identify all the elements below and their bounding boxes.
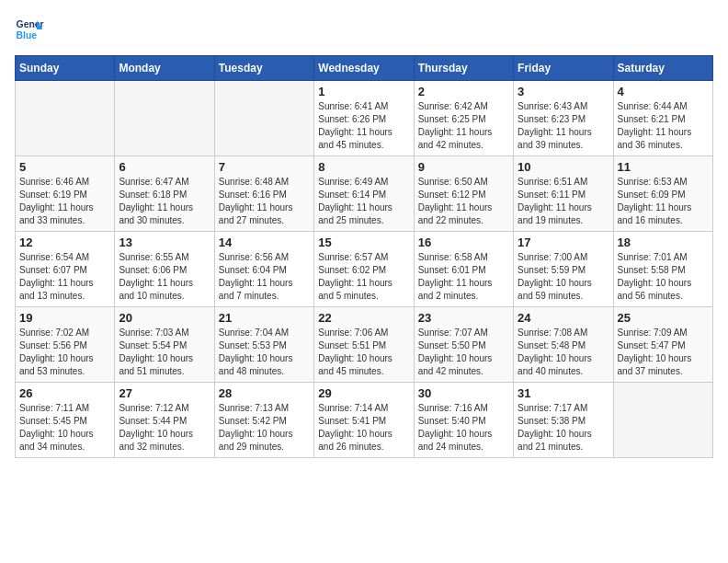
day-number: 19 [19,311,110,325]
day-number: 26 [19,386,110,400]
day-number: 22 [318,311,409,325]
calendar-table: SundayMondayTuesdayWednesdayThursdayFrid… [15,55,713,458]
day-number: 17 [518,236,609,249]
day-content: Sunrise: 7:17 AM Sunset: 5:38 PM Dayligh… [518,402,609,454]
calendar-cell: 22Sunrise: 7:06 AM Sunset: 5:51 PM Dayli… [314,307,414,383]
calendar-cell [16,81,115,156]
day-content: Sunrise: 6:56 AM Sunset: 6:04 PM Dayligh… [219,251,310,303]
day-number: 25 [618,311,709,325]
calendar-cell: 14Sunrise: 6:56 AM Sunset: 6:04 PM Dayli… [214,232,313,307]
day-number: 15 [318,236,409,249]
calendar-week-1: 1Sunrise: 6:41 AM Sunset: 6:26 PM Daylig… [16,81,713,156]
day-content: Sunrise: 6:58 AM Sunset: 6:01 PM Dayligh… [418,251,509,303]
day-number: 28 [219,386,310,400]
day-content: Sunrise: 6:51 AM Sunset: 6:11 PM Dayligh… [518,176,609,227]
day-number: 1 [318,85,409,98]
day-number: 23 [418,311,509,325]
day-number: 12 [19,236,110,249]
day-number: 30 [418,386,509,400]
day-number: 3 [518,85,609,98]
calendar-cell: 6Sunrise: 6:47 AM Sunset: 6:18 PM Daylig… [115,156,214,232]
day-content: Sunrise: 6:48 AM Sunset: 6:16 PM Dayligh… [219,176,310,227]
day-header-wednesday: Wednesday [314,56,414,81]
calendar-cell: 12Sunrise: 6:54 AM Sunset: 6:07 PM Dayli… [16,232,115,307]
calendar-cell: 8Sunrise: 6:49 AM Sunset: 6:14 PM Daylig… [314,156,414,232]
calendar-cell: 28Sunrise: 7:13 AM Sunset: 5:42 PM Dayli… [214,383,313,458]
day-number: 16 [418,236,509,249]
day-content: Sunrise: 6:41 AM Sunset: 6:26 PM Dayligh… [318,100,409,152]
logo-icon: General Blue [15,15,44,44]
day-number: 4 [618,85,709,98]
calendar-cell: 27Sunrise: 7:12 AM Sunset: 5:44 PM Dayli… [115,383,214,458]
day-content: Sunrise: 6:54 AM Sunset: 6:07 PM Dayligh… [19,251,110,303]
day-header-sunday: Sunday [16,56,115,81]
day-content: Sunrise: 7:09 AM Sunset: 5:47 PM Dayligh… [618,327,709,378]
calendar-week-4: 19Sunrise: 7:02 AM Sunset: 5:56 PM Dayli… [16,307,713,383]
logo: General Blue [15,15,44,44]
day-number: 18 [618,236,709,249]
day-header-monday: Monday [115,56,214,81]
day-number: 24 [518,311,609,325]
calendar-week-2: 5Sunrise: 6:46 AM Sunset: 6:19 PM Daylig… [16,156,713,232]
day-number: 13 [119,236,210,249]
svg-text:Blue: Blue [17,30,38,40]
day-content: Sunrise: 7:16 AM Sunset: 5:40 PM Dayligh… [418,402,509,454]
day-content: Sunrise: 7:06 AM Sunset: 5:51 PM Dayligh… [318,327,409,378]
day-number: 2 [418,85,509,98]
day-content: Sunrise: 7:04 AM Sunset: 5:53 PM Dayligh… [219,327,310,378]
day-content: Sunrise: 7:07 AM Sunset: 5:50 PM Dayligh… [418,327,509,378]
day-number: 6 [119,160,210,174]
day-number: 21 [219,311,310,325]
calendar-cell: 25Sunrise: 7:09 AM Sunset: 5:47 PM Dayli… [613,307,712,383]
calendar-cell: 4Sunrise: 6:44 AM Sunset: 6:21 PM Daylig… [613,81,712,156]
calendar-cell [613,383,712,458]
day-content: Sunrise: 7:14 AM Sunset: 5:41 PM Dayligh… [318,402,409,454]
calendar-cell: 18Sunrise: 7:01 AM Sunset: 5:58 PM Dayli… [613,232,712,307]
day-content: Sunrise: 7:13 AM Sunset: 5:42 PM Dayligh… [219,402,310,454]
calendar-week-3: 12Sunrise: 6:54 AM Sunset: 6:07 PM Dayli… [16,232,713,307]
day-header-thursday: Thursday [414,56,513,81]
day-header-tuesday: Tuesday [214,56,313,81]
day-content: Sunrise: 7:12 AM Sunset: 5:44 PM Dayligh… [119,402,210,454]
calendar-cell: 19Sunrise: 7:02 AM Sunset: 5:56 PM Dayli… [16,307,115,383]
day-content: Sunrise: 6:49 AM Sunset: 6:14 PM Dayligh… [318,176,409,227]
day-header-friday: Friday [514,56,613,81]
calendar-cell: 3Sunrise: 6:43 AM Sunset: 6:23 PM Daylig… [514,81,613,156]
day-number: 20 [119,311,210,325]
day-number: 27 [119,386,210,400]
calendar-cell: 2Sunrise: 6:42 AM Sunset: 6:25 PM Daylig… [414,81,513,156]
day-number: 11 [618,160,709,174]
day-number: 5 [19,160,110,174]
day-number: 29 [318,386,409,400]
calendar-cell: 11Sunrise: 6:53 AM Sunset: 6:09 PM Dayli… [613,156,712,232]
day-number: 14 [219,236,310,249]
calendar-cell: 7Sunrise: 6:48 AM Sunset: 6:16 PM Daylig… [214,156,313,232]
day-content: Sunrise: 6:42 AM Sunset: 6:25 PM Dayligh… [418,100,509,152]
calendar-cell: 29Sunrise: 7:14 AM Sunset: 5:41 PM Dayli… [314,383,414,458]
calendar-cell [214,81,313,156]
day-content: Sunrise: 6:57 AM Sunset: 6:02 PM Dayligh… [318,251,409,303]
day-content: Sunrise: 7:11 AM Sunset: 5:45 PM Dayligh… [19,402,110,454]
day-content: Sunrise: 6:44 AM Sunset: 6:21 PM Dayligh… [618,100,709,152]
day-content: Sunrise: 7:03 AM Sunset: 5:54 PM Dayligh… [119,327,210,378]
day-content: Sunrise: 6:46 AM Sunset: 6:19 PM Dayligh… [19,176,110,227]
calendar-cell: 21Sunrise: 7:04 AM Sunset: 5:53 PM Dayli… [214,307,313,383]
calendar-cell [115,81,214,156]
day-number: 7 [219,160,310,174]
calendar-cell: 10Sunrise: 6:51 AM Sunset: 6:11 PM Dayli… [514,156,613,232]
day-content: Sunrise: 7:02 AM Sunset: 5:56 PM Dayligh… [19,327,110,378]
day-content: Sunrise: 7:01 AM Sunset: 5:58 PM Dayligh… [618,251,709,303]
day-content: Sunrise: 6:53 AM Sunset: 6:09 PM Dayligh… [618,176,709,227]
calendar-cell: 20Sunrise: 7:03 AM Sunset: 5:54 PM Dayli… [115,307,214,383]
day-number: 10 [518,160,609,174]
day-content: Sunrise: 7:00 AM Sunset: 5:59 PM Dayligh… [518,251,609,303]
calendar-cell: 16Sunrise: 6:58 AM Sunset: 6:01 PM Dayli… [414,232,513,307]
calendar-cell: 17Sunrise: 7:00 AM Sunset: 5:59 PM Dayli… [514,232,613,307]
calendar-cell: 30Sunrise: 7:16 AM Sunset: 5:40 PM Dayli… [414,383,513,458]
day-number: 9 [418,160,509,174]
calendar-week-5: 26Sunrise: 7:11 AM Sunset: 5:45 PM Dayli… [16,383,713,458]
calendar-cell: 1Sunrise: 6:41 AM Sunset: 6:26 PM Daylig… [314,81,414,156]
calendar-cell: 24Sunrise: 7:08 AM Sunset: 5:48 PM Dayli… [514,307,613,383]
calendar-cell: 15Sunrise: 6:57 AM Sunset: 6:02 PM Dayli… [314,232,414,307]
page-header: General Blue [15,15,713,44]
